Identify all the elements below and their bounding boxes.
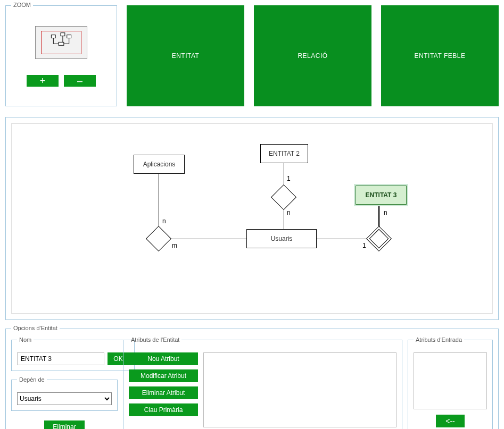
er-edge <box>317 239 370 239</box>
incoming-attributes-fieldset: Atributs d'Entrada <-- <box>408 337 493 429</box>
new-attribute-button[interactable]: Nou Atribut <box>129 352 198 365</box>
entity-options-panel: Opcions d'Entitat Nom OK Depèn de Usuari… <box>5 329 499 429</box>
cardinality-label: 1 <box>287 175 291 182</box>
incoming-legend: Atributs d'Entrada <box>414 337 464 343</box>
depends-legend: Depèn de <box>17 376 47 383</box>
palette-weak-entity-label: ENTITAT FEBLE <box>415 52 466 60</box>
svg-rect-2 <box>67 35 71 38</box>
incoming-attribute-list[interactable] <box>414 352 487 409</box>
er-edge <box>168 239 246 239</box>
entity-aplicacions[interactable]: Aplicacions <box>134 155 185 174</box>
palette-relation-label: RELACIÓ <box>298 52 327 60</box>
zoom-legend: ZOOM <box>11 2 33 8</box>
zoom-out-button[interactable]: – <box>64 75 96 87</box>
er-edge <box>159 173 159 230</box>
delete-attribute-button[interactable]: Eliminar Atribut <box>129 386 198 399</box>
name-fieldset: Nom OK <box>11 337 135 371</box>
zoom-in-button[interactable]: + <box>27 75 59 87</box>
cardinality-label: n <box>384 209 387 216</box>
palette-weak-entity[interactable]: ENTITAT FEBLE <box>381 5 499 106</box>
entity-label: ENTITAT 2 <box>269 150 300 157</box>
options-legend: Opcions d'Entitat <box>11 325 60 331</box>
cardinality-label: 1 <box>362 242 366 249</box>
cardinality-label: m <box>172 242 177 249</box>
entity-entitat2[interactable]: ENTITAT 2 <box>260 144 308 163</box>
relation-diamond-weak[interactable] <box>366 226 392 251</box>
cardinality-label: n <box>162 217 166 225</box>
zoom-panel: ZOOM <box>5 5 117 106</box>
delete-entity-button[interactable]: Eliminar <box>44 420 84 429</box>
entity-label: ENTITAT 3 <box>366 191 397 199</box>
relation-diamond[interactable] <box>271 184 296 210</box>
zoom-thumbnail-wrap <box>11 26 111 59</box>
attribute-list[interactable] <box>203 352 396 427</box>
entity-label: Usuaris <box>271 235 293 242</box>
top-toolbar: ZOOM <box>5 5 499 106</box>
entity-usuaris[interactable]: Usuaris <box>246 229 317 248</box>
modify-attribute-button[interactable]: Modificar Atribut <box>129 369 198 382</box>
attributes-fieldset: Atributs de l'Entitat Nou Atribut Modifi… <box>123 337 402 429</box>
delete-wrap: Eliminar <box>11 420 118 429</box>
primary-key-button[interactable]: Clau Primària <box>129 403 198 416</box>
svg-rect-0 <box>51 35 55 38</box>
move-attribute-left-button[interactable]: <-- <box>436 415 465 427</box>
relation-diamond[interactable] <box>146 226 171 251</box>
entity-name-input[interactable] <box>17 352 104 365</box>
attribute-buttons: Nou Atribut Modificar Atribut Eliminar A… <box>129 352 198 427</box>
svg-rect-3 <box>59 42 64 45</box>
options-left-column: Nom OK Depèn de UsuarisAplicacionsENTITA… <box>11 337 118 429</box>
palette-relation[interactable]: RELACIÓ <box>254 5 371 106</box>
depends-select[interactable]: UsuarisAplicacionsENTITAT 2 <box>17 392 112 405</box>
er-canvas[interactable]: Aplicacions ENTITAT 2 Usuaris ENTITAT 3 … <box>11 123 493 314</box>
svg-rect-1 <box>61 33 65 36</box>
canvas-panel: Aplicacions ENTITAT 2 Usuaris ENTITAT 3 … <box>5 117 499 320</box>
palette-entity-label: ENTITAT <box>172 52 200 60</box>
entity-entitat3[interactable]: ENTITAT 3 <box>356 186 407 205</box>
zoom-thumbnail[interactable] <box>35 26 87 59</box>
name-legend: Nom <box>17 337 34 343</box>
entity-label: Aplicacions <box>143 161 176 168</box>
palette-entity[interactable]: ENTITAT <box>127 5 244 106</box>
zoom-buttons: + – <box>11 75 111 87</box>
depends-fieldset: Depèn de UsuarisAplicacionsENTITAT 2 <box>11 376 118 411</box>
cardinality-label: n <box>287 209 291 216</box>
attributes-legend: Atributs de l'Entitat <box>129 337 181 343</box>
zoom-mini-diagram-icon <box>36 27 87 59</box>
